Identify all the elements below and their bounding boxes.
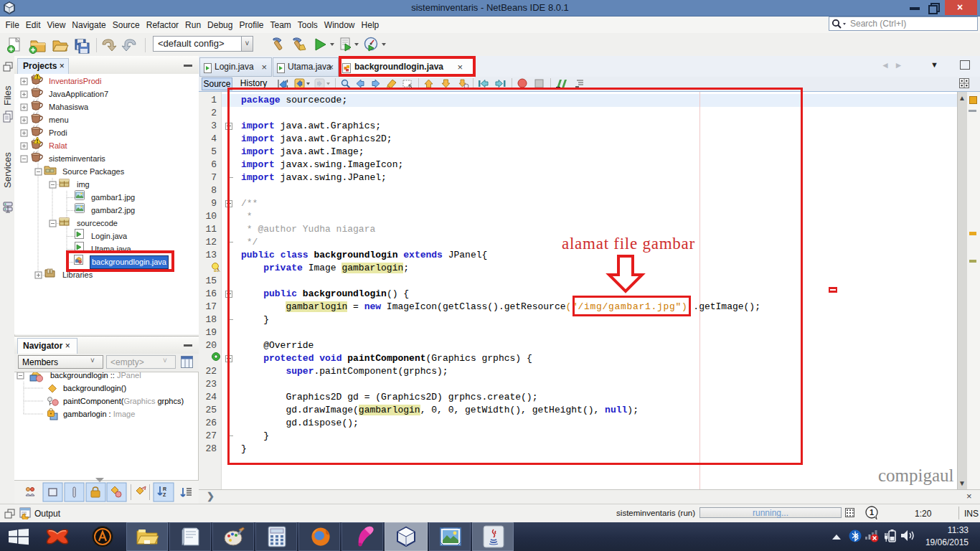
svg-text:Z: Z xyxy=(163,492,166,497)
svg-text:!: ! xyxy=(217,267,220,272)
svg-text:R: R xyxy=(163,486,166,491)
svg-text:1: 1 xyxy=(870,508,874,517)
